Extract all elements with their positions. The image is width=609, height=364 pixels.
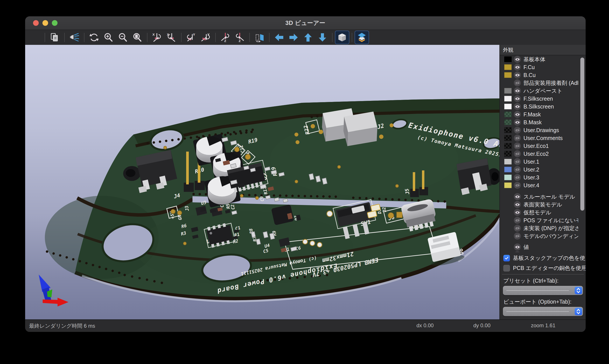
visibility-eye-off-icon[interactable] [514, 158, 521, 165]
visibility-eye-off-icon[interactable] [514, 143, 521, 149]
layer-color-swatch[interactable] [504, 135, 512, 141]
rotate-z-cw-button[interactable]: Z [219, 31, 232, 44]
zoom-out-button[interactable] [116, 31, 130, 44]
layer-color-swatch[interactable] [504, 127, 512, 133]
toolbar-separator [45, 33, 45, 42]
visibility-eye-off-icon[interactable] [514, 217, 521, 224]
layer-row[interactable]: User.2 [500, 166, 586, 173]
layer-color-swatch[interactable] [504, 159, 512, 165]
move-down-button[interactable] [316, 31, 329, 44]
layer-row[interactable]: User.Eco1 [500, 142, 586, 150]
redraw-button[interactable] [87, 31, 101, 44]
rotate-y-cw-button[interactable]: Y [184, 31, 198, 44]
move-left-button[interactable] [272, 31, 286, 44]
model-row[interactable]: スルーホール モデル [500, 193, 586, 201]
close-window-button[interactable] [33, 20, 39, 26]
model-row[interactable]: 未実装 (DNP) が指定さ [500, 224, 586, 232]
rotate-x-cw-button[interactable]: X [150, 31, 164, 44]
layer-row[interactable]: 部品実装用接着剤 (Adh [500, 79, 586, 87]
visibility-eye-icon[interactable] [514, 111, 521, 118]
zoom-window-button[interactable] [52, 20, 58, 26]
rotate-x-ccw-button[interactable]: X [165, 31, 178, 44]
layer-color-swatch[interactable] [504, 151, 512, 157]
rotate-z-ccw-button[interactable]: Z [233, 31, 246, 44]
visibility-eye-icon[interactable] [514, 95, 521, 102]
visibility-eye-off-icon[interactable] [514, 127, 521, 134]
layer-row[interactable]: F.Mask [500, 110, 586, 118]
value-row[interactable]: 値 [500, 243, 586, 251]
layer-list-scrollbar[interactable] [580, 58, 584, 211]
layer-color-swatch[interactable] [504, 64, 512, 70]
visibility-eye-off-icon[interactable] [514, 182, 521, 189]
layer-color-swatch[interactable] [504, 143, 512, 149]
visibility-eye-icon[interactable] [514, 72, 521, 78]
visibility-eye-icon[interactable] [514, 119, 521, 126]
visibility-eye-off-icon[interactable] [514, 79, 521, 86]
model-row[interactable]: 表面実装モデル [500, 201, 586, 208]
visibility-eye-icon[interactable] [514, 87, 521, 94]
visibility-eye-off-icon[interactable] [514, 233, 521, 240]
layer-row[interactable]: User.3 [500, 173, 586, 181]
move-right-button[interactable] [287, 31, 300, 44]
layer-row[interactable]: User.Eco2 [500, 150, 586, 158]
layer-color-swatch[interactable] [504, 88, 512, 94]
appearance-panel-toggle[interactable] [355, 31, 369, 44]
layer-color-swatch[interactable] [504, 104, 512, 109]
toolbar-separator [84, 33, 84, 42]
layer-row[interactable]: ハンダペースト [500, 87, 586, 95]
model-row[interactable]: 仮想モデル [500, 208, 586, 216]
clipped-row[interactable] [500, 251, 586, 252]
use-pcb-copper-color-checkbox[interactable] [503, 265, 510, 272]
use-stackup-colors-checkbox[interactable] [503, 255, 510, 261]
layer-color-swatch[interactable] [504, 119, 512, 125]
layer-color-swatch[interactable] [504, 56, 512, 62]
preset-select[interactable] [503, 286, 583, 295]
visibility-eye-icon[interactable] [514, 251, 521, 252]
model-row[interactable]: モデルのバウンディング [500, 232, 586, 240]
flip-board-button[interactable] [253, 31, 266, 44]
copy-image-button[interactable] [48, 31, 62, 44]
visibility-eye-icon[interactable] [514, 201, 521, 208]
stepper-icon[interactable] [575, 287, 582, 294]
layer-row[interactable]: User.Comments [500, 134, 586, 142]
visibility-eye-off-icon[interactable] [514, 166, 521, 173]
model-row[interactable]: POS ファイルにないモデ [500, 216, 586, 224]
layer-row[interactable]: B.Silkscreen [500, 103, 586, 110]
ortho-projection-toggle[interactable] [335, 31, 349, 44]
visibility-eye-off-icon[interactable] [514, 150, 521, 157]
layer-color-swatch[interactable] [504, 96, 512, 102]
layer-row[interactable]: User.1 [500, 158, 586, 166]
move-up-button[interactable] [301, 31, 315, 44]
layer-color-swatch[interactable] [504, 167, 512, 172]
3d-viewport[interactable]: Exidiophone v6.0 Audio Board (c) Tomoya … [25, 45, 499, 320]
export-image-button[interactable] [28, 31, 42, 44]
viewport-select[interactable] [503, 307, 583, 316]
visibility-eye-off-icon[interactable] [514, 225, 521, 232]
layer-row[interactable]: 基板本体 [500, 55, 586, 63]
zoom-in-button[interactable] [102, 31, 115, 44]
visibility-eye-icon[interactable] [514, 64, 521, 71]
visibility-eye-icon[interactable] [514, 56, 521, 63]
visibility-eye-off-icon[interactable] [514, 174, 521, 181]
layer-row[interactable]: B.Mask [500, 118, 586, 126]
visibility-eye-icon[interactable] [514, 209, 521, 216]
rotate-y-ccw-button[interactable]: Y [199, 31, 212, 44]
visibility-eye-icon[interactable] [514, 193, 521, 200]
layer-row[interactable]: User.Drawings [500, 126, 586, 134]
layer-label: 値 [523, 244, 529, 251]
zoom-fit-button[interactable] [130, 31, 144, 44]
layer-color-swatch[interactable] [504, 72, 512, 78]
layer-row[interactable]: F.Cu [500, 63, 586, 71]
layer-color-swatch[interactable] [504, 175, 512, 180]
layer-color-swatch[interactable] [504, 182, 512, 188]
visibility-eye-off-icon[interactable] [514, 134, 521, 142]
visibility-eye-icon[interactable] [514, 103, 521, 110]
visibility-eye-icon[interactable] [514, 244, 521, 250]
layer-row[interactable]: F.Silkscreen [500, 95, 586, 103]
minimize-window-button[interactable] [42, 20, 48, 26]
raytracing-button[interactable] [68, 31, 81, 44]
layer-color-swatch[interactable] [504, 112, 512, 117]
layer-row[interactable]: User.4 [500, 181, 586, 189]
layer-row[interactable]: B.Cu [500, 71, 586, 79]
stepper-icon[interactable] [575, 308, 582, 315]
